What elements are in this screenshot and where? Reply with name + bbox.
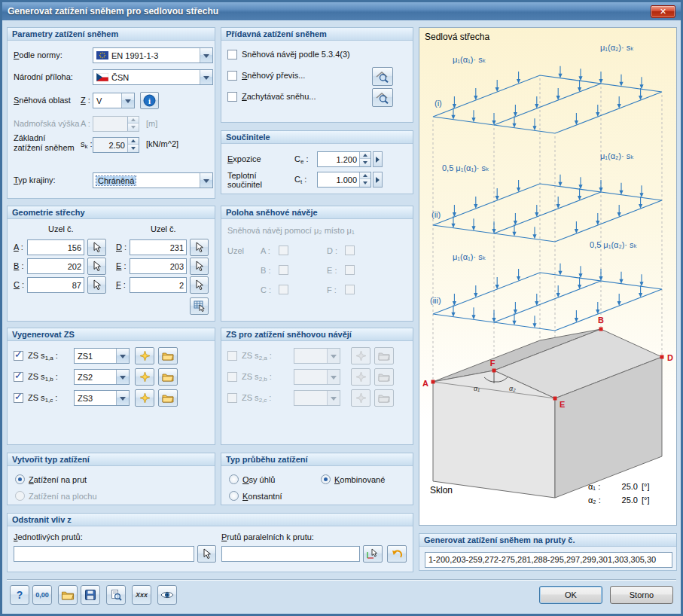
zs1a-new-button[interactable] — [135, 347, 154, 364]
single-members-input[interactable] — [14, 546, 194, 562]
angle-axes-label[interactable]: Osy úhlů — [242, 475, 275, 485]
zs1c-combobox[interactable]: ZS3 — [74, 390, 130, 406]
close-button[interactable]: ✕ — [651, 5, 675, 18]
node-e-pick-button[interactable] — [190, 258, 209, 275]
terrain-combobox[interactable]: Chráněná — [93, 172, 213, 188]
exposure-symbol: Ce : — [294, 154, 309, 164]
zone-info-button[interactable]: i — [140, 92, 159, 109]
previous-selection-button[interactable] — [387, 545, 407, 563]
exposure-detail-button[interactable] — [373, 151, 383, 167]
roof-preview-panel: μ₁(α₁)· sₖ μ₁(α₂)· sₖ (i) 0,5 μ₁(α₁)· sₖ… — [419, 27, 677, 526]
zs1b-combobox[interactable]: ZS2 — [74, 369, 130, 385]
open-settings-button[interactable] — [58, 585, 78, 605]
house-3d — [433, 329, 662, 498]
group-coefficients: Součinitele Expozice Ce : 1.200 Teplotní… — [221, 130, 413, 194]
annex-combobox[interactable]: ČSN — [93, 69, 213, 85]
parallel-members-label: Prutů paralelních k prutu: — [221, 532, 314, 542]
node-e-input[interactable] — [130, 258, 187, 274]
thermal-detail-button[interactable] — [373, 172, 383, 188]
exposure-spinner[interactable]: 1.200 — [317, 151, 371, 167]
units-button[interactable]: 0,00 — [32, 585, 52, 605]
zs1b-new-button[interactable] — [135, 368, 154, 386]
node-c-input[interactable] — [27, 277, 84, 293]
case-iii-left-label: μ₁(α₁)· sₖ — [453, 252, 486, 261]
load-on-surface-label: Zatížení na plochu — [29, 492, 97, 502]
drift-node-f-label: F : — [327, 285, 337, 295]
snow-drift-label[interactable]: Sněhová návěj podle 5.3.4(3) — [242, 50, 350, 59]
spin-up-icon[interactable] — [128, 138, 139, 145]
zs2b-new-button — [351, 368, 370, 386]
zs1b-edit-button[interactable] — [158, 368, 178, 386]
node-f-pick-button[interactable] — [190, 276, 209, 294]
terrain-value: Chráněná — [96, 176, 136, 185]
snow-guard-checkbox[interactable] — [227, 92, 237, 102]
snow-guard-label[interactable]: Zachytávač sněhu... — [242, 92, 316, 102]
spin-down-icon[interactable] — [128, 145, 139, 152]
zs1b-checkbox[interactable]: ✓ — [14, 372, 23, 382]
display-button[interactable] — [157, 585, 177, 605]
dropdown-arrow-icon — [327, 370, 340, 384]
node-b-pick-button[interactable] — [87, 258, 106, 275]
ok-button[interactable]: OK — [539, 586, 602, 604]
save-settings-button[interactable] — [81, 585, 100, 605]
node-d-pick-button[interactable] — [190, 239, 209, 256]
spin-up-icon[interactable] — [360, 172, 370, 179]
case-ii-tag: (ii) — [431, 210, 441, 219]
cancel-button[interactable]: Storno — [610, 586, 673, 604]
help-button[interactable]: ? — [10, 585, 29, 605]
node-f-input[interactable] — [130, 277, 187, 293]
snow-overhang-detail-button[interactable] — [372, 67, 393, 86]
node-b-input[interactable] — [27, 258, 84, 274]
constant-radio[interactable] — [229, 491, 239, 501]
zs1a-edit-button[interactable] — [158, 347, 178, 364]
angle-axes-radio[interactable] — [229, 474, 239, 484]
thermal-symbol: Ct : — [294, 175, 306, 184]
combined-label[interactable]: Kombinované — [334, 475, 385, 485]
snow-guard-detail-button[interactable] — [372, 88, 393, 107]
pick-all-nodes-button[interactable] — [190, 297, 209, 315]
load-on-member-radio[interactable] — [15, 474, 25, 484]
check-icon: ✓ — [14, 349, 23, 360]
exposure-value: 1.200 — [318, 152, 359, 166]
load-on-surface-radio — [15, 491, 25, 501]
dropdown-arrow-icon — [200, 70, 212, 84]
titlebar[interactable]: Generovat zatížení sněhem pro sedlovou s… — [2, 2, 681, 20]
members-list-field[interactable]: 1-200,203-259,272-275,281,288-295,297,29… — [425, 552, 672, 568]
sk-value-spinner[interactable]: 2.50 — [93, 137, 139, 153]
thermal-spinner[interactable]: 1.000 — [317, 172, 371, 188]
parallel-pick-axes-button[interactable] — [363, 545, 383, 563]
spin-down-icon[interactable] — [360, 159, 370, 166]
zs1c-edit-button[interactable] — [158, 389, 178, 407]
node-d-input[interactable] — [130, 239, 187, 255]
single-members-pick-button[interactable] — [197, 545, 216, 563]
spin-up-icon[interactable] — [360, 152, 370, 159]
zs1c-new-button[interactable] — [135, 389, 154, 407]
snow-drift-checkbox[interactable] — [227, 50, 237, 59]
find-button[interactable] — [106, 585, 126, 605]
constant-label[interactable]: Konstantní — [242, 492, 282, 502]
zs1a-combobox[interactable]: ZS1 — [74, 348, 130, 364]
zone-combobox[interactable]: V — [93, 93, 135, 108]
drift-node-b-checkbox — [279, 265, 288, 275]
open-load-case-icon — [162, 393, 174, 403]
group-drift-loadcases: ZS pro zatížení sněhovou návějí ZS s2,a … — [221, 328, 413, 445]
norm-combobox[interactable]: EN 1991-1-3 — [93, 47, 213, 63]
zs1c-checkbox[interactable]: ✓ — [14, 393, 23, 403]
drift-node-a-checkbox — [279, 245, 288, 255]
combined-radio[interactable] — [321, 474, 331, 484]
open-folder-icon — [61, 590, 75, 600]
load-on-member-label[interactable]: Zatížení na prut — [29, 475, 87, 485]
comment-button[interactable]: Xxx — [132, 585, 151, 605]
zs1a-checkbox[interactable]: ✓ — [14, 351, 23, 361]
group-generate-on-members: Generovat zatížení sněhem na pruty č. 1-… — [419, 533, 677, 571]
snow-overhang-checkbox[interactable] — [227, 71, 237, 81]
node-c-pick-button[interactable] — [87, 276, 106, 294]
node-a-pick-button[interactable] — [87, 239, 106, 256]
spin-down-icon[interactable] — [360, 179, 370, 187]
group-generate-loadcases: Vygenerovat ZS ✓ ZS s1,a : ZS1 ✓ ZS s1,b… — [7, 328, 215, 445]
node-a-input[interactable] — [27, 239, 84, 255]
node-c-label: C : — [14, 280, 24, 290]
snow-overhang-label[interactable]: Sněhový převis... — [242, 71, 305, 81]
group-generate-loadcases-title: Vygenerovat ZS — [8, 328, 215, 341]
parallel-members-input[interactable] — [221, 546, 360, 562]
